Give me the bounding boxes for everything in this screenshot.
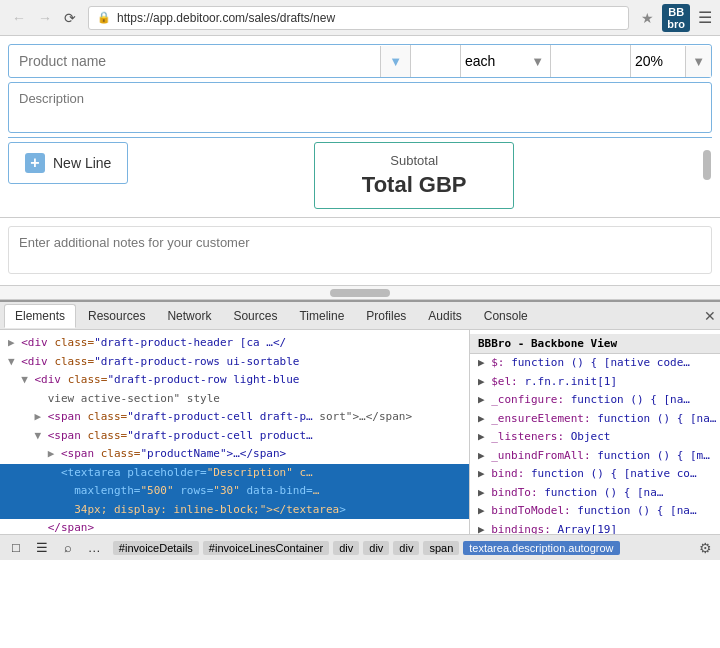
prop-line: ▶ _ensureElement: function () { [na…: [470, 410, 720, 429]
plus-icon: +: [25, 153, 45, 173]
html-line-selected: <textarea placeholder="Description" c…: [0, 464, 469, 483]
devtools-bottom-bar: □ ☰ ⌕ … #invoiceDetails #invoiceLinesCon…: [0, 534, 720, 560]
tab-resources[interactable]: Resources: [78, 305, 155, 327]
quantity-cell: 1: [411, 45, 461, 77]
unit-dropdown-arrow[interactable]: ▼: [525, 46, 550, 77]
bc-invoice-lines[interactable]: #invoiceLinesContainer: [203, 541, 329, 555]
nav-buttons: ← → ⟳: [8, 8, 80, 28]
tab-network[interactable]: Network: [157, 305, 221, 327]
bc-span[interactable]: span: [423, 541, 459, 555]
devtools-search-button[interactable]: ⌕: [60, 538, 76, 557]
breadcrumb: #invoiceDetails #invoiceLinesContainer d…: [113, 541, 620, 555]
devtools-tabs: Elements Resources Network Sources Timel…: [0, 302, 720, 330]
notes-textarea[interactable]: [8, 226, 712, 274]
prop-line: ▶ _listeners: Object: [470, 428, 720, 447]
lock-icon: 🔒: [97, 11, 111, 24]
vat-select[interactable]: 20% 0% 5%: [631, 45, 685, 77]
new-line-label: New Line: [53, 155, 111, 171]
browser-chrome: ← → ⟳ 🔒 https://app.debitoor.com/sales/d…: [0, 0, 720, 36]
tab-audits[interactable]: Audits: [418, 305, 471, 327]
html-line: ▶ <span class="productName">…</span>: [0, 445, 469, 464]
subtotal-label: Subtotal: [335, 153, 493, 168]
product-name-dropdown-arrow[interactable]: ▼: [380, 46, 410, 77]
price-cell: 0.00: [551, 45, 631, 77]
back-button[interactable]: ←: [8, 8, 30, 28]
totals-box: Subtotal Total GBP: [314, 142, 514, 209]
section-divider: [8, 137, 712, 138]
arrow-icon[interactable]: ▶: [35, 410, 42, 423]
bc-div-1[interactable]: div: [333, 541, 359, 555]
forward-button[interactable]: →: [34, 8, 56, 28]
vat-cell: 20% 0% 5% ▼: [631, 45, 711, 77]
url-text: https://app.debitoor.com/sales/drafts/ne…: [117, 11, 620, 25]
prop-line: ▶ _configure: function () { [na…: [470, 391, 720, 410]
unit-cell: each hour day ▼: [461, 45, 551, 77]
bc-div-3[interactable]: div: [393, 541, 419, 555]
prop-line: ▶ $el: r.fn.r.init[1]: [470, 373, 720, 392]
prop-line: ▶ bindToModel: function () { [na…: [470, 502, 720, 521]
html-line: ▶ <div class="draft-product-header [ca ……: [0, 334, 469, 353]
product-name-cell: ▼: [9, 45, 411, 77]
prop-line: ▶ _unbindFromAll: function () { [m…: [470, 447, 720, 466]
settings-icon[interactable]: ⚙: [699, 540, 712, 556]
unit-select[interactable]: each hour day: [461, 45, 525, 77]
html-line: ▼ <span class="draft-product-cell produc…: [0, 427, 469, 446]
props-panel-header: BBBro - Backbone View: [470, 334, 720, 354]
arrow-icon[interactable]: ▼: [21, 373, 28, 386]
quantity-input[interactable]: 1: [411, 45, 460, 77]
vat-dropdown-arrow[interactable]: ▼: [685, 46, 711, 77]
description-textarea[interactable]: [9, 83, 711, 129]
devtools-close-button[interactable]: ✕: [704, 308, 716, 324]
prop-line: ▶ $: function () { [native code…: [470, 354, 720, 373]
notes-section: [0, 217, 720, 285]
html-line: ▼ <div class="draft-product-rows ui-sort…: [0, 353, 469, 372]
html-line: ▼ <div class="draft-product-row light-bl…: [0, 371, 469, 390]
bottom-section: + New Line Subtotal Total GBP: [8, 142, 712, 209]
html-panel[interactable]: ▶ <div class="draft-product-header [ca ……: [0, 330, 470, 534]
prop-line: ▶ bindings: Array[19]: [470, 521, 720, 535]
arrow-icon[interactable]: ▼: [8, 355, 15, 368]
tab-timeline[interactable]: Timeline: [289, 305, 354, 327]
arrow-icon[interactable]: ▼: [35, 429, 42, 442]
product-name-input[interactable]: [9, 45, 380, 77]
devtools-list-button[interactable]: ☰: [32, 538, 52, 557]
devtools-panel: Elements Resources Network Sources Timel…: [0, 300, 720, 560]
menu-button[interactable]: ☰: [698, 8, 712, 27]
address-bar[interactable]: 🔒 https://app.debitoor.com/sales/drafts/…: [88, 6, 629, 30]
refresh-button[interactable]: ⟳: [60, 8, 80, 28]
html-line-selected: 34px; display: inline-block;"></textarea…: [0, 501, 469, 520]
html-line: ▶ <span class="draft-product-cell draft-…: [0, 408, 469, 427]
devtools-dock-button[interactable]: □: [8, 538, 24, 557]
tab-sources[interactable]: Sources: [223, 305, 287, 327]
devtools-dots-button[interactable]: …: [84, 538, 105, 557]
unit-select-wrapper: each hour day ▼: [461, 45, 550, 77]
vat-select-wrapper: 20% 0% 5% ▼: [631, 45, 711, 77]
total-label: Total GBP: [335, 172, 493, 198]
horizontal-scrollbar[interactable]: [0, 285, 720, 299]
description-row: [8, 82, 712, 133]
bb-button[interactable]: BBbro: [662, 4, 690, 32]
arrow-icon[interactable]: ▶: [8, 336, 15, 349]
bc-div-2[interactable]: div: [363, 541, 389, 555]
scrollbar-thumb: [703, 150, 711, 180]
arrow-icon[interactable]: ▶: [48, 447, 55, 460]
html-line-selected: maxlength="500" rows="30" data-bind=…: [0, 482, 469, 501]
bc-invoice-details[interactable]: #invoiceDetails: [113, 541, 199, 555]
bc-textarea[interactable]: textarea.description.autogrow: [463, 541, 619, 555]
html-line: </span>: [0, 519, 469, 534]
main-content: ▼ 1 each hour day ▼ 0.00 20%: [0, 44, 720, 300]
prop-line: ▶ bind: function () { [native co…: [470, 465, 720, 484]
tab-profiles[interactable]: Profiles: [356, 305, 416, 327]
bookmark-icon[interactable]: ★: [641, 10, 654, 26]
devtools-content: ▶ <div class="draft-product-header [ca ……: [0, 330, 720, 534]
price-input[interactable]: 0.00: [551, 45, 630, 77]
html-line: view active-section" style: [0, 390, 469, 409]
product-row: ▼ 1 each hour day ▼ 0.00 20%: [8, 44, 712, 78]
props-panel: BBBro - Backbone View ▶ $: function () {…: [470, 330, 720, 534]
tab-console[interactable]: Console: [474, 305, 538, 327]
tab-elements[interactable]: Elements: [4, 304, 76, 328]
prop-line: ▶ bindTo: function () { [na…: [470, 484, 720, 503]
hscroll-thumb: [330, 289, 390, 297]
new-line-button[interactable]: + New Line: [8, 142, 128, 184]
